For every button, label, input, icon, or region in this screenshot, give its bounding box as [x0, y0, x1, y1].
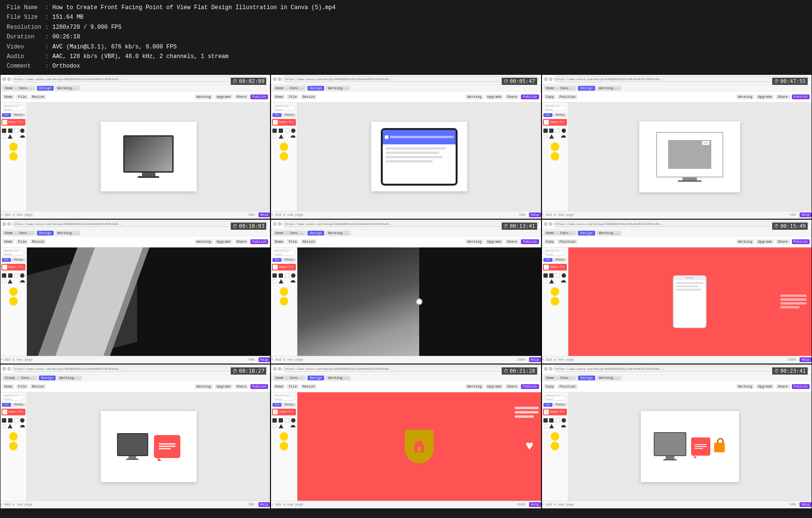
tab-working-2[interactable]: Working...: [326, 86, 351, 91]
upgrade-btn-1[interactable]: Upgrade: [215, 94, 233, 99]
home-btn-8[interactable]: Home: [273, 384, 285, 389]
tab-design-9[interactable]: Design: [578, 376, 595, 380]
tab-photos-6[interactable]: Photos: [553, 258, 567, 262]
upgrade-btn-7[interactable]: Upgrade: [215, 384, 233, 389]
publish-btn-3[interactable]: Publish: [792, 94, 810, 99]
search-box-3[interactable]: Recently Used: [544, 105, 565, 111]
tab-all-1[interactable]: All: [2, 113, 11, 117]
working-btn-9[interactable]: Working: [736, 384, 754, 389]
back-btn-9[interactable]: [544, 367, 548, 371]
help-5[interactable]: Help: [529, 357, 541, 362]
position-btn-9[interactable]: Position: [557, 384, 577, 389]
tab-photos-8[interactable]: Photos: [282, 403, 296, 407]
working-btn-4[interactable]: Working: [195, 239, 212, 244]
add-page-label-2[interactable]: + Add a new page: [271, 213, 303, 217]
share-btn-3[interactable]: Share: [776, 94, 790, 99]
file-btn-5[interactable]: File: [287, 239, 299, 244]
help-3[interactable]: Help: [800, 212, 812, 217]
tab-home-9[interactable]: Home - Canv...: [544, 376, 577, 380]
resize-btn-5[interactable]: Resize: [301, 239, 317, 244]
upgrade-btn-8[interactable]: Upgrade: [485, 384, 503, 389]
publish-btn-9[interactable]: Publish: [792, 384, 810, 389]
tab-home-5[interactable]: Home - Canv...: [273, 231, 306, 235]
resize-btn-2[interactable]: Resize: [301, 94, 317, 99]
home-btn-4[interactable]: Home: [2, 239, 14, 244]
add-page-label-5[interactable]: + Add a new page: [271, 358, 303, 362]
help-8[interactable]: Help: [529, 502, 541, 507]
tab-design-7[interactable]: Design: [39, 376, 56, 380]
upgrade-btn-9[interactable]: Upgrade: [756, 384, 774, 389]
tab-design-6[interactable]: Design: [578, 231, 595, 235]
file-btn-8[interactable]: File: [287, 384, 299, 389]
forward-btn-8[interactable]: [278, 367, 282, 371]
tab-design-3[interactable]: Design: [578, 86, 595, 91]
back-btn-3[interactable]: [544, 77, 548, 81]
back-btn-7[interactable]: [2, 367, 6, 371]
tab-design-1[interactable]: Design: [37, 86, 54, 91]
back-btn-1[interactable]: [2, 77, 6, 81]
tab-all-3[interactable]: All: [543, 113, 553, 117]
tab-all-9[interactable]: All: [543, 403, 553, 407]
working-btn-3[interactable]: Working: [736, 94, 754, 99]
add-page-label-1[interactable]: + Add a new page: [0, 213, 33, 217]
share-btn-7[interactable]: Share: [235, 384, 248, 389]
copy-btn-9[interactable]: Copy: [544, 384, 556, 389]
tab-home-8[interactable]: Home - Canv...: [273, 376, 306, 380]
tab-design-2[interactable]: Design: [307, 86, 324, 91]
home-btn-5[interactable]: Home: [273, 239, 285, 244]
tab-home-1[interactable]: Home - Canv...: [2, 86, 35, 91]
back-btn-6[interactable]: [544, 222, 548, 226]
forward-btn-7[interactable]: [7, 367, 11, 371]
tab-working-4[interactable]: Working...: [55, 231, 80, 235]
help-9[interactable]: Help: [800, 502, 812, 507]
tab-design-4[interactable]: Design: [37, 231, 54, 235]
file-btn-2[interactable]: File: [287, 94, 299, 99]
tab-photos-1[interactable]: Photos: [12, 113, 25, 117]
help-1[interactable]: Help: [259, 212, 271, 217]
forward-btn-5[interactable]: [278, 222, 282, 226]
forward-btn-3[interactable]: [549, 77, 553, 81]
search-box-5[interactable]: Recently Used: [273, 250, 295, 256]
help-6[interactable]: Help: [800, 357, 812, 362]
tab-all-2[interactable]: All: [272, 113, 282, 117]
thumbnail-9[interactable]: https://www.canva.com/design/DAEQbD5ZXzQ…: [541, 364, 812, 509]
share-btn-9[interactable]: Share: [776, 384, 790, 389]
tab-design-5[interactable]: Design: [307, 231, 324, 235]
help-7[interactable]: Help: [259, 502, 271, 507]
tab-home-7[interactable]: Sleep - Canv...: [2, 376, 37, 380]
tab-working-8[interactable]: Working...: [326, 376, 351, 380]
home-btn-2[interactable]: Home: [273, 94, 285, 99]
tab-working-7[interactable]: Working...: [57, 376, 82, 380]
copy-btn-6[interactable]: Copy: [544, 239, 556, 244]
search-box-4[interactable]: Recently Used: [3, 250, 24, 256]
file-btn-1[interactable]: File: [16, 94, 28, 99]
upgrade-btn-4[interactable]: Upgrade: [215, 239, 233, 244]
back-btn-5[interactable]: [273, 222, 277, 226]
search-box-7[interactable]: Recently Used: [3, 395, 24, 400]
share-btn-8[interactable]: Share: [505, 384, 519, 389]
share-btn-2[interactable]: Share: [505, 94, 519, 99]
search-box-6[interactable]: Recently Used: [544, 250, 565, 256]
tab-working-1[interactable]: Working...: [55, 86, 80, 91]
share-btn-5[interactable]: Share: [505, 239, 519, 244]
resize-btn-7[interactable]: Resize: [30, 384, 46, 389]
tab-working-5[interactable]: Working...: [326, 231, 351, 235]
tab-home-6[interactable]: Home - Canv...: [544, 231, 577, 235]
thumbnail-8[interactable]: https://www.canva.com/design/DAEQbD5ZXzQ…: [271, 364, 541, 509]
back-btn-4[interactable]: [2, 222, 6, 226]
thumbnail-4[interactable]: https://www.canva.com/design/DAEQbD5ZXzQ…: [0, 219, 271, 364]
publish-btn-5[interactable]: Publish: [521, 239, 539, 244]
tab-all-5[interactable]: All: [272, 258, 282, 262]
add-page-label-6[interactable]: + Add a new page: [542, 358, 574, 362]
tab-working-6[interactable]: Working...: [597, 231, 622, 235]
working-btn-6[interactable]: Working: [736, 239, 754, 244]
working-btn-8[interactable]: Working: [465, 384, 483, 389]
publish-btn-2[interactable]: Publish: [521, 94, 539, 99]
thumbnail-5[interactable]: https://www.canva.com/design/DAEQbD5ZXzQ…: [271, 219, 541, 364]
help-2[interactable]: Help: [529, 212, 541, 217]
add-page-label-7[interactable]: + Add a new page: [0, 503, 33, 506]
upgrade-btn-5[interactable]: Upgrade: [485, 239, 503, 244]
back-btn-2[interactable]: [273, 77, 277, 81]
tab-all-8[interactable]: All: [272, 403, 282, 407]
working-btn-1[interactable]: Working: [195, 94, 212, 99]
